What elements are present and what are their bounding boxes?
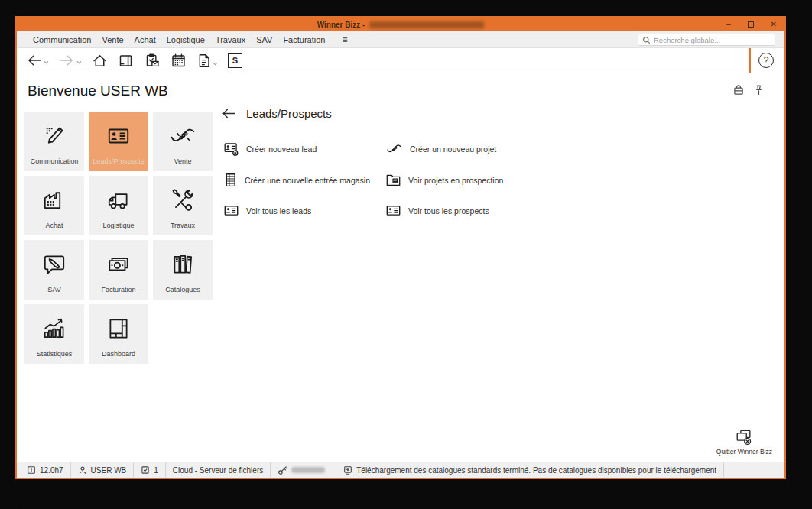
tile-communication[interactable]: Communication — [24, 112, 84, 171]
content-corner-icons — [733, 84, 763, 96]
quit-windows-icon — [734, 428, 754, 446]
main-content: Bienvenue USER WB Communication Lea — [17, 73, 784, 462]
handshake-icon — [385, 141, 403, 157]
document-icon — [197, 53, 211, 69]
panel-title: Leads/Prospects — [246, 107, 332, 120]
status-version: 12.0h7 — [20, 462, 71, 478]
menu-logistique[interactable]: Logistique — [161, 35, 210, 44]
chevron-down-icon — [213, 62, 218, 66]
app-window: Winner Bizz - – ✕ Communication Vente Ac… — [15, 16, 786, 479]
version-icon — [27, 465, 36, 475]
action-voir-tous-prospects[interactable]: Voir tous les prospects — [385, 203, 599, 218]
contact-card-icon — [385, 203, 401, 218]
panel-layout-icon — [118, 53, 134, 69]
tile-label: Dashboard — [90, 350, 147, 358]
global-search — [638, 34, 775, 46]
tile-leads-prospects[interactable]: Leads/Prospects — [89, 112, 148, 171]
pin-icon[interactable] — [755, 84, 763, 96]
search-input[interactable] — [654, 36, 771, 44]
save-layout-icon[interactable] — [733, 84, 744, 96]
tile-sav[interactable]: SAV — [24, 240, 84, 300]
banknote-icon — [106, 251, 132, 277]
s-module-button[interactable]: S — [228, 53, 242, 68]
status-user: USER WB — [71, 462, 135, 478]
tile-label: Facturation — [90, 286, 147, 293]
contact-card-icon — [223, 203, 239, 218]
tile-catalogues[interactable]: Catalogues — [153, 240, 213, 300]
tile-logistique[interactable]: Logistique — [89, 176, 148, 235]
search-icon — [642, 36, 651, 44]
crossed-tools-icon — [170, 187, 196, 213]
action-voir-projets-prospection[interactable]: Voir projets en prospection — [385, 172, 599, 188]
calendar-button[interactable] — [171, 53, 187, 69]
tile-label: SAV — [26, 286, 83, 293]
tile-facturation[interactable]: Facturation — [89, 240, 148, 300]
pencil-note-icon — [41, 123, 67, 149]
back-button[interactable] — [26, 53, 49, 67]
menu-communication[interactable]: Communication — [28, 35, 96, 44]
document-button[interactable] — [197, 53, 218, 69]
close-button[interactable]: ✕ — [771, 18, 777, 31]
module-tiles: Communication Leads/Prospects Vente Acha… — [24, 112, 213, 364]
tile-achat[interactable]: Achat — [24, 176, 84, 235]
window-title-text: Winner Bizz - — [317, 21, 365, 29]
menu-bar: Communication Vente Achat Logistique Tra… — [17, 31, 784, 48]
truck-icon — [106, 187, 132, 213]
page-title: Bienvenue USER WB — [28, 83, 168, 99]
download-monitor-icon — [343, 465, 352, 475]
status-license — [271, 462, 336, 478]
home-button[interactable] — [92, 53, 108, 69]
panel-layout-button[interactable] — [118, 53, 134, 69]
clipboard-mail-button[interactable] — [144, 53, 161, 69]
handshake-icon — [169, 123, 197, 149]
panel-actions: Créer nouveau lead Créer un nouveau proj… — [223, 141, 619, 218]
forward-button[interactable] — [59, 53, 82, 67]
menu-facturation[interactable]: Facturation — [278, 35, 330, 44]
panel-header: Leads/Prospects — [222, 107, 619, 120]
binders-icon — [170, 251, 196, 277]
action-voir-tous-leads[interactable]: Voir tous les leads — [223, 203, 385, 218]
clipboard-mail-icon — [144, 53, 161, 69]
menu-achat[interactable]: Achat — [129, 35, 161, 44]
screenshot-stage: Winner Bizz - – ✕ Communication Vente Ac… — [0, 0, 812, 509]
bar-chart-icon — [41, 316, 67, 342]
status-text: USER WB — [91, 466, 127, 475]
tile-vente[interactable]: Vente — [153, 112, 213, 171]
menu-sav[interactable]: SAV — [251, 35, 278, 44]
status-tasks: 1 — [134, 462, 166, 478]
quit-label: Quitter Winner Bizz — [716, 448, 772, 456]
maximize-button[interactable] — [748, 21, 754, 28]
tile-label: Catalogues — [154, 286, 211, 293]
back-arrow-icon[interactable] — [222, 108, 236, 119]
toolbar: S ? — [17, 48, 784, 73]
quit-button[interactable]: Quitter Winner Bizz — [716, 428, 772, 456]
user-icon — [78, 465, 87, 475]
action-label: Voir tous les prospects — [408, 206, 489, 216]
action-label: Voir tous les leads — [246, 206, 311, 216]
store-grid-icon — [223, 172, 238, 188]
minimize-button[interactable]: – — [726, 18, 731, 31]
card-add-icon — [223, 141, 239, 157]
tile-dashboard[interactable]: Dashboard — [89, 304, 148, 364]
menu-vente[interactable]: Vente — [96, 35, 128, 44]
tile-travaux[interactable]: Travaux — [153, 176, 213, 235]
tile-statistiques[interactable]: Statistiques — [24, 304, 84, 364]
toolbar-separator — [749, 48, 751, 73]
hamburger-menu-icon[interactable]: ≡ — [336, 34, 352, 45]
menu-travaux[interactable]: Travaux — [210, 35, 251, 44]
redacted-license — [291, 467, 325, 473]
contact-card-icon — [106, 123, 132, 149]
key-icon — [278, 465, 287, 475]
status-bar: 12.0h7 USER WB 1 Cloud - Serveur de fich… — [17, 462, 784, 478]
factory-icon — [41, 187, 67, 213]
status-text: Cloud - Serveur de fichiers — [173, 466, 263, 475]
help-button[interactable]: ? — [758, 53, 774, 68]
folder-image-icon — [385, 173, 401, 187]
action-creer-entree-magasin[interactable]: Créer une nouvelle entrée magasin — [223, 172, 385, 188]
tile-label: Vente — [154, 157, 211, 165]
action-creer-nouveau-lead[interactable]: Créer nouveau lead — [223, 141, 385, 157]
action-creer-nouveau-projet[interactable]: Créer un nouveau projet — [385, 141, 599, 157]
tile-label: Communication — [26, 157, 83, 165]
action-label: Créer nouveau lead — [246, 144, 317, 154]
status-text: Téléchargement des catalogues standards … — [356, 466, 716, 475]
